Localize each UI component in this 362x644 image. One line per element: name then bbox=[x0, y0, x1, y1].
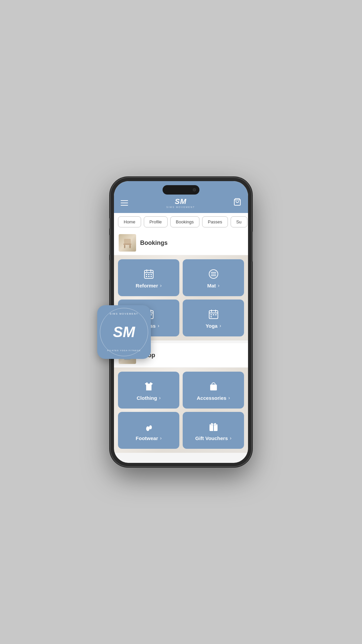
hamburger-line-3 bbox=[121, 205, 128, 206]
notch bbox=[163, 185, 199, 195]
bookings-section-header: Bookings bbox=[114, 231, 248, 255]
footwear-icon bbox=[143, 421, 154, 432]
bookings-thumbnail bbox=[119, 234, 136, 252]
cart-button[interactable] bbox=[233, 198, 241, 208]
logo-ring bbox=[100, 308, 148, 356]
logo-overlay: SIMS MOVEMENT SM PILATES YOGA FITNESS bbox=[97, 305, 151, 359]
volume-up-button bbox=[109, 218, 111, 229]
nav-tabs: Home Profile Bookings Passes Su bbox=[114, 213, 248, 231]
svg-rect-39 bbox=[210, 384, 217, 386]
tab-su[interactable]: Su bbox=[231, 216, 247, 227]
header-logo: SM SIMS MOVEMENT bbox=[166, 197, 195, 208]
gift-label: Gift Vouchers bbox=[195, 435, 228, 441]
svg-point-41 bbox=[149, 425, 152, 429]
svg-rect-34 bbox=[215, 314, 217, 315]
svg-rect-2 bbox=[123, 244, 131, 245]
gift-icon bbox=[208, 421, 219, 432]
reformer-icon bbox=[143, 269, 154, 279]
tab-profile[interactable]: Profile bbox=[144, 216, 168, 227]
yoga-label-row: Yoga › bbox=[205, 323, 221, 329]
accessories-label-row: Accessories › bbox=[197, 395, 230, 401]
mat-label: Mat bbox=[207, 283, 216, 288]
svg-rect-35 bbox=[210, 316, 212, 317]
logo-bot-text: PILATES YOGA FITNESS bbox=[107, 350, 141, 352]
tab-passes[interactable]: Passes bbox=[202, 216, 228, 227]
mat-card[interactable]: Mat › bbox=[183, 259, 244, 296]
svg-rect-33 bbox=[213, 314, 214, 315]
svg-rect-11 bbox=[150, 274, 152, 275]
svg-rect-12 bbox=[146, 276, 147, 277]
fitness-chevron: › bbox=[158, 323, 159, 328]
footwear-label-row: Footwear › bbox=[136, 435, 162, 441]
svg-rect-14 bbox=[150, 276, 152, 277]
camera bbox=[193, 188, 196, 192]
footwear-chevron: › bbox=[160, 435, 162, 441]
shop-grid-bg: Clothing › bbox=[114, 368, 248, 453]
logo-top-text: SIMS MOVEMENT bbox=[110, 313, 138, 315]
accessories-card[interactable]: Accessories › bbox=[183, 372, 244, 409]
volume-down-button bbox=[109, 235, 111, 255]
gift-chevron: › bbox=[230, 435, 232, 441]
footwear-label: Footwear bbox=[136, 435, 158, 441]
gift-label-row: Gift Vouchers › bbox=[195, 435, 232, 441]
clothing-label: Clothing bbox=[137, 395, 157, 401]
hamburger-menu-button[interactable] bbox=[121, 200, 128, 206]
svg-rect-13 bbox=[148, 276, 149, 277]
svg-rect-3 bbox=[124, 245, 125, 248]
mat-chevron: › bbox=[218, 283, 220, 288]
mat-icon bbox=[208, 269, 219, 279]
reformer-label: Reformer bbox=[136, 283, 158, 288]
shop-grid: Clothing › bbox=[118, 372, 244, 449]
accessories-icon bbox=[208, 381, 219, 392]
footwear-card[interactable]: Footwear › bbox=[118, 412, 179, 449]
yoga-chevron: › bbox=[220, 323, 221, 328]
hamburger-line-1 bbox=[121, 200, 128, 201]
power-button bbox=[251, 231, 253, 262]
mat-label-row: Mat › bbox=[207, 283, 220, 288]
svg-point-40 bbox=[146, 426, 149, 431]
clothing-card[interactable]: Clothing › bbox=[118, 372, 179, 409]
phone-wrapper: SIMS MOVEMENT SM PILATES YOGA FITNESS SM bbox=[111, 178, 251, 466]
clothing-label-row: Clothing › bbox=[137, 395, 161, 401]
svg-rect-32 bbox=[210, 314, 212, 315]
thumb-inner bbox=[119, 234, 136, 252]
mute-button bbox=[109, 260, 111, 280]
clothing-icon bbox=[143, 381, 154, 392]
accessories-chevron: › bbox=[228, 395, 230, 400]
tab-bookings[interactable]: Bookings bbox=[170, 216, 199, 227]
reformer-chevron: › bbox=[160, 283, 162, 288]
clothing-chevron: › bbox=[159, 395, 161, 400]
svg-rect-10 bbox=[148, 274, 149, 275]
svg-rect-9 bbox=[146, 274, 147, 275]
yoga-card[interactable]: Yoga › bbox=[183, 300, 244, 336]
yoga-label: Yoga bbox=[205, 323, 218, 329]
hamburger-line-2 bbox=[121, 203, 128, 203]
gift-card[interactable]: Gift Vouchers › bbox=[183, 412, 244, 449]
reformer-label-row: Reformer › bbox=[136, 283, 162, 288]
logo-main-text: SM bbox=[175, 197, 186, 206]
svg-rect-1 bbox=[124, 239, 131, 244]
reformer-card[interactable]: Reformer › bbox=[118, 259, 179, 296]
tab-home[interactable]: Home bbox=[118, 216, 141, 227]
logo-sub-text: SIMS MOVEMENT bbox=[166, 206, 195, 208]
yoga-icon bbox=[208, 309, 219, 320]
accessories-label: Accessories bbox=[197, 395, 226, 401]
bookings-title: Bookings bbox=[140, 239, 168, 247]
svg-rect-4 bbox=[129, 245, 131, 248]
